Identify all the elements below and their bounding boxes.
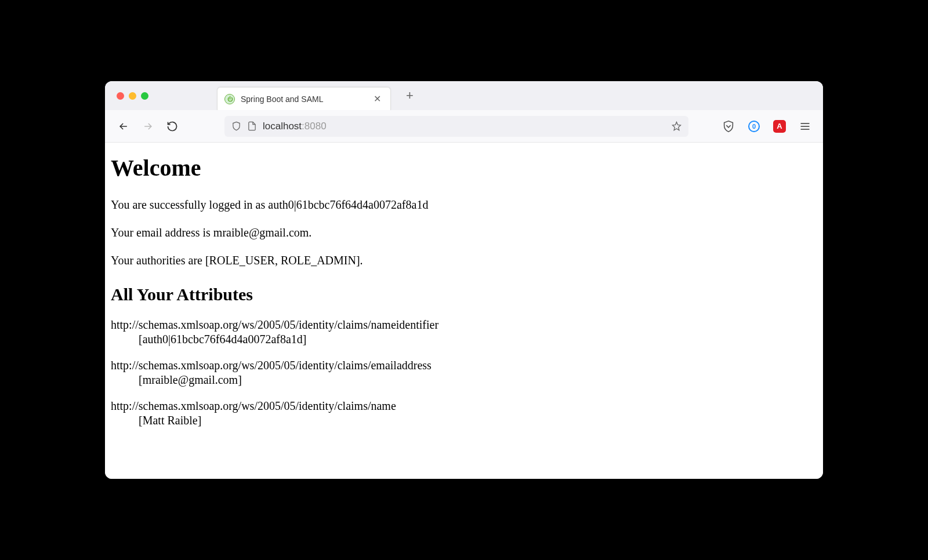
page-icon <box>247 121 257 131</box>
pocket-icon[interactable] <box>722 120 735 133</box>
toolbar-right: 0 A <box>722 120 811 133</box>
page-heading: Welcome <box>111 154 817 181</box>
tab-title: Spring Boot and SAML <box>241 94 371 104</box>
email-message: Your email address is mraible@gmail.com. <box>111 224 817 241</box>
attributes-list: http://schemas.xmlsoap.org/ws/2005/05/id… <box>111 318 817 427</box>
attribute-key: http://schemas.xmlsoap.org/ws/2005/05/id… <box>111 359 817 372</box>
page-content: Welcome You are successfully logged in a… <box>105 143 823 479</box>
bookmark-star-icon[interactable] <box>672 121 682 131</box>
new-tab-button[interactable]: + <box>406 88 414 103</box>
reload-button[interactable] <box>165 119 179 133</box>
close-tab-button[interactable]: ✕ <box>371 92 383 106</box>
attribute-key: http://schemas.xmlsoap.org/ws/2005/05/id… <box>111 399 817 413</box>
authorities-message: Your authorities are [ROLE_USER, ROLE_AD… <box>111 252 817 268</box>
forward-button[interactable] <box>141 119 155 133</box>
minimize-window-button[interactable] <box>129 92 136 100</box>
login-message: You are successfully logged in as auth0|… <box>111 197 817 213</box>
shield-icon <box>231 121 241 131</box>
back-button[interactable] <box>117 119 130 133</box>
address-bar[interactable]: localhost:8080 <box>224 116 688 137</box>
attribute-key: http://schemas.xmlsoap.org/ws/2005/05/id… <box>111 318 817 332</box>
menu-button[interactable] <box>799 120 811 133</box>
close-window-button[interactable] <box>117 92 124 100</box>
attribute-value: [auth0|61bcbc76f64d4a0072af8a1d] <box>139 333 817 346</box>
browser-window: ⏻ Spring Boot and SAML ✕ + localhost:808… <box>105 81 823 479</box>
titlebar: ⏻ Spring Boot and SAML ✕ + <box>105 81 823 110</box>
browser-tab[interactable]: ⏻ Spring Boot and SAML ✕ <box>217 87 391 110</box>
attribute-value: [mraible@gmail.com] <box>139 373 817 387</box>
adblock-extension-icon[interactable]: A <box>773 120 786 133</box>
onepassword-extension-icon[interactable]: 0 <box>748 120 760 133</box>
spring-favicon-icon: ⏻ <box>224 94 235 104</box>
attributes-heading: All Your Attributes <box>111 285 817 304</box>
maximize-window-button[interactable] <box>141 92 148 100</box>
window-controls <box>117 92 148 100</box>
attribute-value: [Matt Raible] <box>139 414 817 427</box>
url-display: localhost:8080 <box>263 121 327 132</box>
toolbar: localhost:8080 0 A <box>105 110 823 143</box>
